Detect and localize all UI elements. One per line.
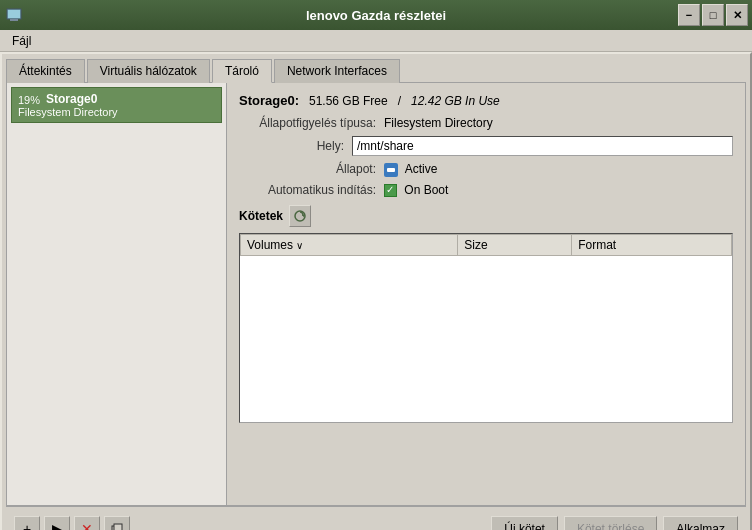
allapot-label: Állapot: [239,162,384,176]
titlebar-icon [6,7,22,23]
titlebar-controls: − □ ✕ [678,4,748,26]
allapot-value: Active [384,162,733,177]
kotetek-section: Kötetek [239,205,733,423]
content-area: 19% Storage0 Filesystem Directory Storag… [6,82,746,506]
delete-volume-button[interactable]: Kötet törlése [564,516,657,531]
volumes-table: Volumes ∨ Size Format [240,234,732,256]
maximize-button[interactable]: □ [702,4,724,26]
toolbar-left: + ▶ ✕ [14,516,491,531]
titlebar-title: lenovo Gazda részletei [306,8,446,23]
svg-rect-6 [114,524,122,531]
col-format: Format [572,235,732,256]
storage-divider: / [398,94,401,108]
storage-details: Storage0: 51.56 GB Free / 12.42 GB In Us… [227,83,745,505]
menubar: Fájl [0,30,752,52]
storage-item[interactable]: 19% Storage0 Filesystem Directory [11,87,222,123]
volumes-table-container: Volumes ∨ Size Format [239,233,733,423]
storage-item-name: Storage0 [18,92,215,106]
storage-in-use: 12.42 GB In Use [411,94,500,108]
kotetek-header: Kötetek [239,205,733,227]
storage-name: Storage0: [239,93,299,108]
status-icon [384,163,398,177]
tab-attekintes[interactable]: Áttekintés [6,59,85,83]
allapot-figyeles-value: Filesystem Directory [384,116,733,130]
tab-virtualis[interactable]: Virtuális hálózatok [87,59,210,83]
autostart-value: On Boot [384,183,733,197]
kotetek-refresh-button[interactable] [289,205,311,227]
copy-icon [110,522,124,531]
svg-rect-1 [10,19,18,21]
autostart-label: Automatikus indítás: [239,183,384,197]
field-autostart: Automatikus indítás: On Boot [239,183,733,197]
apply-button[interactable]: Alkalmaz [663,516,738,531]
allapot-figyeles-label: Állapotfigyelés típusa: [239,116,384,130]
delete-button[interactable]: ✕ [74,516,100,531]
storage-list: 19% Storage0 Filesystem Directory [7,83,227,505]
col-volumes: Volumes ∨ [241,235,458,256]
field-allapot: Állapot: Active [239,162,733,177]
autostart-text: On Boot [404,183,448,197]
tabs: Áttekintés Virtuális hálózatok Tároló Ne… [2,54,750,82]
storage-free: 51.56 GB Free [309,94,388,108]
bottom-toolbar: + ▶ ✕ Új kötet Kötet törlése Alkalmaz [6,506,746,530]
kotetek-label: Kötetek [239,209,283,223]
svg-rect-2 [8,10,20,18]
storage-item-type: Filesystem Directory [18,106,215,118]
storage-title-row: Storage0: 51.56 GB Free / 12.42 GB In Us… [239,93,733,108]
field-hely: Hely: [239,136,733,156]
new-volume-button[interactable]: Új kötet [491,516,558,531]
menu-file[interactable]: Fájl [4,32,39,50]
main-window: Áttekintés Virtuális hálózatok Tároló Ne… [0,52,752,530]
field-allapot-figyeles: Állapotfigyelés típusa: Filesystem Direc… [239,116,733,130]
checkbox-icon[interactable] [384,184,397,197]
copy-button[interactable] [104,516,130,531]
minimize-button[interactable]: − [678,4,700,26]
tab-tarolo[interactable]: Tároló [212,59,272,83]
allapot-text: Active [405,162,438,176]
play-button[interactable]: ▶ [44,516,70,531]
tab-network-interfaces[interactable]: Network Interfaces [274,59,400,83]
refresh-icon [293,209,307,223]
table-header-row: Volumes ∨ Size Format [241,235,732,256]
storage-percent: 19% [18,94,40,106]
titlebar: lenovo Gazda részletei − □ ✕ [0,0,752,30]
hely-label: Hely: [239,139,352,153]
close-button[interactable]: ✕ [726,4,748,26]
add-button[interactable]: + [14,516,40,531]
col-size: Size [458,235,572,256]
toolbar-right: Új kötet Kötet törlése Alkalmaz [491,516,738,531]
hely-input[interactable] [352,136,733,156]
